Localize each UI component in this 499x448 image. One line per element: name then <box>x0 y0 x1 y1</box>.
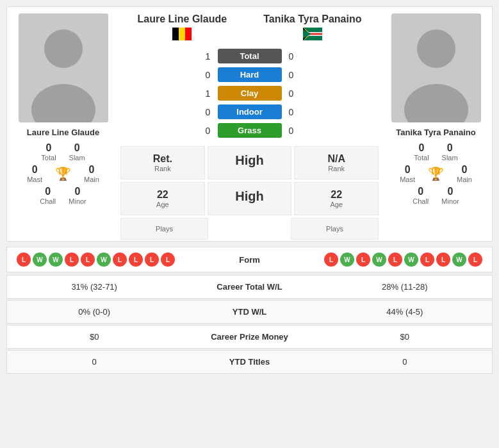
form-pill-l: L <box>129 253 143 267</box>
p2-age-block: 22 Age <box>294 182 379 215</box>
prize-row: $0 Career Prize Money $0 <box>6 325 493 349</box>
player1-chall-value: 0 <box>45 186 51 197</box>
form-pill-l: L <box>113 253 127 267</box>
form-pill-w: W <box>372 253 386 267</box>
player2-chall-value: 0 <box>418 186 423 197</box>
form-pill-l: L <box>161 253 175 267</box>
p1-plays-block: Plays <box>120 218 208 240</box>
p1-ytd-wl: 0% (0-0) <box>17 307 172 317</box>
player2-slam-value: 0 <box>447 142 453 154</box>
p2-ytd-wl: 44% (4-5) <box>327 307 482 317</box>
player1-name: Laure Line Glaude <box>27 128 99 137</box>
p1-age-block: 22 Age <box>120 182 205 215</box>
ytd-wl-label: YTD W/L <box>172 307 327 317</box>
form-pill-l: L <box>17 253 31 267</box>
player2-chall-label: Chall <box>413 197 429 205</box>
player1-flag <box>172 28 192 40</box>
p2-prize: $0 <box>327 332 482 342</box>
player2-flag <box>303 28 322 40</box>
grass-badge: Grass <box>218 123 282 138</box>
player2-mast-value: 0 <box>405 164 411 176</box>
p1-hard: 0 <box>199 70 218 80</box>
p2-age-label: Age <box>298 201 375 208</box>
player2-avatar <box>391 13 481 122</box>
player1-total-value: 0 <box>46 142 52 154</box>
p2-rank-value: N/A <box>298 153 375 165</box>
player1-avatar <box>19 13 108 122</box>
hard-badge: Hard <box>218 67 282 82</box>
form-pill-w: W <box>33 253 47 267</box>
player1-main-value: 0 <box>88 164 94 176</box>
p1-grass: 0 <box>199 126 218 136</box>
p2-high-block: High <box>208 182 292 215</box>
form-pill-l: L <box>420 253 434 267</box>
p2-total: 0 <box>282 51 301 62</box>
p2-hard: 0 <box>282 70 301 80</box>
player2-minor-label: Minor <box>441 197 459 205</box>
surface-total-row: 1 Total 0 <box>119 49 380 63</box>
player1-slam-label: Slam <box>69 154 85 162</box>
p1-indoor: 0 <box>199 107 218 117</box>
form-pill-l: L <box>468 253 482 267</box>
svg-point-1 <box>44 29 83 68</box>
form-pill-w: W <box>404 253 418 267</box>
p2-career-wl: 28% (11-28) <box>327 282 482 292</box>
player1-title: Laure Line Glaude <box>138 13 227 25</box>
player2-title: Tanika Tyra Panaino <box>263 13 361 25</box>
p1-plays-label: Plays <box>124 225 204 233</box>
p2-ytd-titles: 0 <box>327 357 482 367</box>
p1-rank-label: Rank <box>124 165 201 172</box>
p2-indoor: 0 <box>282 107 301 117</box>
form-section: LWWLLWLLLL Form LWLWLWLLWL <box>6 247 493 272</box>
ytd-titles-row: 0 YTD Titles 0 <box>6 350 493 374</box>
player1-total-label: Total <box>41 154 56 162</box>
surface-grass-row: 0 Grass 0 <box>119 123 380 138</box>
player1-stats: 0 Total 0 Slam 0 Mast 🏆 0 <box>13 142 113 208</box>
p2-age-value: 22 <box>298 189 375 201</box>
form-label: Form <box>175 255 324 265</box>
surface-indoor-row: 0 Indoor 0 <box>119 104 380 119</box>
form-pill-l: L <box>388 253 402 267</box>
player1-mast-value: 0 <box>32 164 38 176</box>
p2-grass: 0 <box>282 126 301 136</box>
p1-age-label: Age <box>124 201 201 208</box>
player2-minor-value: 0 <box>448 186 454 197</box>
svg-point-10 <box>417 29 455 68</box>
form-pill-w: W <box>97 253 111 267</box>
player2-total-label: Total <box>414 154 429 162</box>
clay-badge: Clay <box>218 86 282 101</box>
p1-rank-block: Ret. Rank <box>120 146 205 179</box>
form-pill-w: W <box>49 253 63 267</box>
player1-main-label: Main <box>84 176 99 183</box>
form-pill-l: L <box>356 253 370 267</box>
p1-high-block: High <box>208 146 292 179</box>
surface-hard-row: 0 Hard 0 <box>119 67 380 82</box>
player1-form-pills: LWWLLWLLLL <box>17 253 175 267</box>
player2-mast-label: Mast <box>400 176 415 183</box>
career-wl-row: 31% (32-71) Career Total W/L 28% (11-28) <box>6 275 493 299</box>
form-pill-l: L <box>145 253 159 267</box>
prize-label: Career Prize Money <box>172 332 327 342</box>
player1-minor-label: Minor <box>69 197 86 205</box>
p1-clay: 1 <box>199 88 218 99</box>
player1-slam-value: 0 <box>74 142 80 154</box>
player2-name: Tanika Tyra Panaino <box>396 128 476 137</box>
p1-high-value: High <box>211 153 288 168</box>
p1-prize: $0 <box>17 332 172 342</box>
ytd-wl-row: 0% (0-0) YTD W/L 44% (4-5) <box>6 300 493 324</box>
p2-rank-label: Rank <box>298 165 375 172</box>
player2-header: Tanika Tyra Panaino <box>263 13 361 40</box>
player1-minor-value: 0 <box>75 186 81 197</box>
form-pill-w: W <box>340 253 354 267</box>
total-badge: Total <box>218 49 282 63</box>
p1-age-value: 22 <box>124 189 201 201</box>
player2-stats: 0 Total 0 Slam 0 Mast 🏆 0 <box>386 142 486 208</box>
player1-header: Laure Line Glaude <box>138 13 227 40</box>
surfaces-container: 1 Total 0 0 Hard 0 1 Clay 0 0 <box>119 47 380 140</box>
player2-main-value: 0 <box>461 164 467 176</box>
player1-mast-label: Mast <box>27 176 42 183</box>
player1-trophy-icon: 🏆 <box>55 166 71 181</box>
form-pill-l: L <box>65 253 79 267</box>
surface-clay-row: 1 Clay 0 <box>119 86 380 101</box>
p2-plays-block: Plays <box>291 218 379 240</box>
